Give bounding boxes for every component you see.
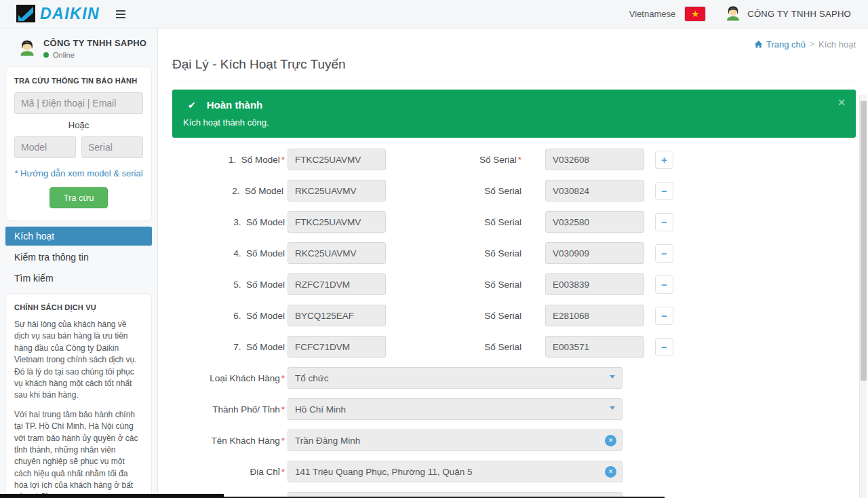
header-user-name[interactable]: CÔNG TY TNHH SAPHO [747, 9, 851, 19]
breadcrumb-current: Kích hoạt [818, 39, 856, 50]
bottom-edge-bar [0, 494, 224, 498]
lookup-heading: TRA CỨU THÔNG TIN BẢO HÀNH [14, 77, 143, 85]
model-input[interactable] [288, 305, 386, 326]
breadcrumb-home-link[interactable]: Trang chủ [754, 39, 806, 50]
serial-label: Số Serial [484, 280, 521, 290]
city-select[interactable]: Hồ Chí Minh [288, 398, 623, 420]
clear-field-icon[interactable]: ✕ [605, 435, 616, 446]
serial-input[interactable] [545, 180, 644, 202]
remove-row-button[interactable]: − [655, 275, 673, 294]
model-label: Số Model [246, 280, 285, 290]
alert-title: Hoàn thành [207, 99, 263, 111]
customer-field-row: Thành Phố/ Tỉnh* Hồ Chí Minh [172, 398, 856, 420]
model-label: Số Model [246, 311, 285, 321]
serial-input[interactable] [545, 336, 644, 358]
remove-row-button[interactable]: − [655, 307, 673, 325]
or-label: Hoặc [14, 120, 143, 130]
customer-type-select[interactable]: Tổ chức [288, 367, 623, 389]
online-status-label: Online [53, 51, 75, 59]
scrollbar-thumb[interactable] [861, 101, 867, 381]
remove-row-button[interactable]: − [655, 244, 673, 263]
chevron-down-icon [610, 406, 615, 410]
check-icon: ✔ [188, 100, 196, 111]
activation-form: 1. Số Model* Số Serial* + 2. Số Model Số… [172, 149, 856, 498]
model-search-input[interactable] [14, 136, 76, 158]
serial-input[interactable] [545, 305, 644, 326]
model-serial-guide-link[interactable]: * Hướng dẫn xem model & serial [14, 168, 143, 178]
scrollbar-track[interactable] [859, 95, 867, 498]
model-input[interactable] [288, 336, 386, 358]
alert-message: Kích hoạt thành công. [183, 117, 845, 128]
sidebar-avatar [18, 38, 37, 60]
sidebar-item-check-info[interactable]: Kiểm tra thông tin [5, 248, 152, 267]
serial-input[interactable] [545, 149, 644, 170]
remove-row-button[interactable]: − [655, 213, 673, 231]
remove-row-button[interactable]: − [655, 182, 673, 200]
model-serial-row: 2. Số Model Số Serial − [172, 180, 856, 202]
serial-input[interactable] [545, 211, 644, 233]
policy-heading: CHÍNH SÁCH DỊCH VỤ [14, 303, 143, 311]
policy-paragraph: Với hai trung tâm bảo hành chính tại TP.… [14, 409, 143, 498]
serial-input[interactable] [545, 273, 644, 295]
success-alert: ✔ Hoàn thành Kích hoạt thành công. ✕ [172, 90, 856, 138]
serial-label: Số Serial [484, 248, 521, 258]
user-avatar[interactable] [724, 4, 742, 24]
sidebar-user-panel: CÔNG TY TNHH SAPHO Online [5, 34, 152, 66]
serial-label: Số Serial [484, 217, 521, 227]
model-serial-row: 4. Số Model Số Serial − [172, 242, 856, 264]
model-input[interactable] [288, 149, 386, 170]
clear-field-icon[interactable]: ✕ [605, 466, 616, 478]
model-input[interactable] [288, 211, 386, 233]
service-policy-card: CHÍNH SÁCH DỊCH VỤ Sự hài lòng của khách… [5, 293, 152, 498]
alert-close-icon[interactable]: ✕ [837, 97, 846, 108]
sidebar-nav: Kích hoạt Kiểm tra thông tin Tìm kiếm [5, 227, 152, 288]
model-serial-row: 1. Số Model* Số Serial* + [172, 149, 856, 170]
vietnam-flag-icon[interactable]: ★ [685, 7, 705, 21]
model-label: Số Model [241, 155, 280, 165]
serial-label: Số Serial [479, 155, 517, 165]
online-status-icon [43, 52, 49, 58]
model-serial-row: 7. Số Model Số Serial − [172, 336, 856, 358]
model-label: Số Model [246, 248, 285, 258]
model-input[interactable] [288, 242, 386, 264]
sidebar-item-search[interactable]: Tìm kiếm [5, 269, 152, 288]
add-row-button[interactable]: + [655, 151, 673, 169]
sidebar-item-activate[interactable]: Kích hoạt [5, 227, 152, 246]
address-input[interactable]: 141 Triệu Quang Phục, Phường 11, Quận 5 … [288, 461, 623, 482]
customer-name-input[interactable]: Trần Đăng Minh ✕ [288, 429, 623, 451]
sidebar-user-name: CÔNG TY TNHH SAPHO [43, 38, 146, 48]
brand-text: DAIKIN [40, 5, 100, 23]
policy-paragraph: Sự hài lòng của khách hàng về dịch vụ sa… [14, 319, 143, 402]
model-input[interactable] [288, 273, 386, 295]
model-label: Số Model [246, 342, 285, 352]
warranty-lookup-card: TRA CỨU THÔNG TIN BẢO HÀNH Hoặc * Hướng … [5, 66, 152, 221]
language-label[interactable]: Vietnamese [629, 9, 675, 19]
customer-name-label: Tên Khách Hàng [211, 436, 279, 446]
model-label: Số Model [245, 186, 283, 196]
customer-field-row: Loại Khách Hàng* Tổ chức [172, 367, 856, 389]
daikin-logo: DAIKIN [16, 5, 100, 23]
remove-row-button[interactable]: − [655, 338, 673, 356]
lookup-button[interactable]: Tra cứu [50, 187, 107, 208]
customer-field-row: Tên Khách Hàng* Trần Đăng Minh ✕ [172, 429, 856, 451]
serial-label: Số Serial [484, 311, 521, 321]
serial-search-input[interactable] [81, 136, 143, 158]
model-serial-row: 6. Số Model Số Serial − [172, 305, 856, 326]
home-icon [754, 40, 763, 49]
sidebar: CÔNG TY TNHH SAPHO Online TRA CỨU THÔNG … [0, 28, 158, 498]
customer-type-label: Loại Khách Hàng [210, 373, 280, 383]
main-content: Trang chủ > Kích hoạt Đại Lý - Kích Hoạt… [158, 28, 868, 498]
serial-input[interactable] [545, 242, 644, 264]
model-serial-row: 5. Số Model Số Serial − [172, 273, 856, 295]
page-title: Đại Lý - Kích Hoạt Trực Tuyến [172, 57, 856, 72]
serial-label: Số Serial [484, 342, 521, 352]
daikin-logo-icon [16, 5, 36, 23]
chevron-down-icon [610, 375, 615, 379]
menu-toggle-icon[interactable] [113, 7, 128, 21]
address-label: Địa Chỉ [250, 467, 279, 477]
top-header: DAIKIN Vietnamese ★ CÔNG TY TNHH SAPHO [0, 0, 868, 28]
customer-field-row: Địa Chỉ* 141 Triệu Quang Phục, Phường 11… [172, 461, 856, 482]
code-phone-email-input[interactable] [14, 92, 143, 114]
breadcrumb-separator: > [810, 39, 814, 49]
model-input[interactable] [288, 180, 386, 202]
